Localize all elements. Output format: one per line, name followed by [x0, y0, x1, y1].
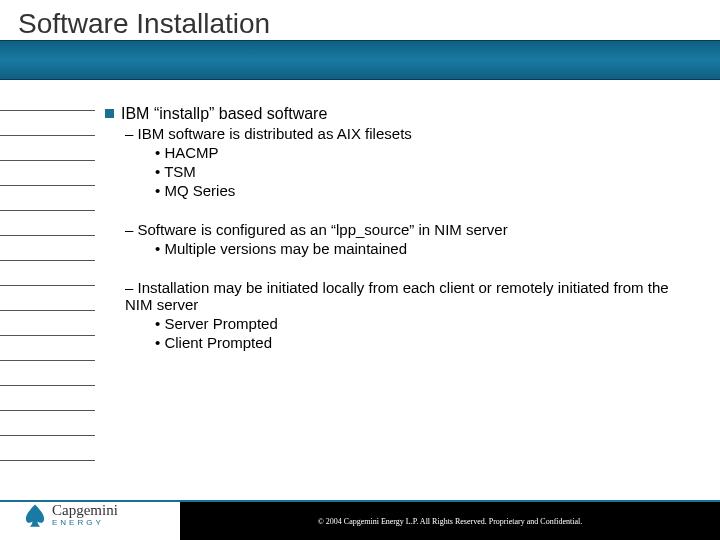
sub-text: Installation may be initiated locally fr… [125, 279, 669, 313]
content-area: IBM “installp” based software IBM softwa… [105, 105, 690, 480]
bullet-level3: HACMP [155, 144, 690, 161]
sub-text: Client Prompted [164, 334, 272, 351]
bullet-level2: Software is configured as an “lpp_source… [125, 221, 690, 238]
bullet-level1: IBM “installp” based software [105, 105, 690, 123]
bullet-level3: Server Prompted [155, 315, 690, 332]
decorative-lines [0, 90, 95, 490]
slide-title: Software Installation [18, 8, 270, 40]
sub-text: Multiple versions may be maintained [164, 240, 407, 257]
sub-text: IBM software is distributed as AIX files… [138, 125, 412, 142]
title-area: Software Installation [0, 0, 720, 80]
logo-sub-text: ENERGY [52, 519, 118, 527]
sub-text: Software is configured as an “lpp_source… [138, 221, 508, 238]
bullet-level3: TSM [155, 163, 690, 180]
spade-icon [22, 502, 48, 528]
bullet-level3: MQ Series [155, 182, 690, 199]
sub-text: Server Prompted [164, 315, 277, 332]
logo-text: Capgemini ENERGY [52, 503, 118, 527]
logo-main-text: Capgemini [52, 503, 118, 518]
copyright-text: © 2004 Capgemini Energy L.P. All Rights … [318, 517, 583, 526]
bullet-level3: Multiple versions may be maintained [155, 240, 690, 257]
square-bullet-icon [105, 109, 114, 118]
footer: © 2004 Capgemini Energy L.P. All Rights … [0, 500, 720, 540]
main-bullet-text: IBM “installp” based software [121, 105, 327, 122]
footer-copyright-bar: © 2004 Capgemini Energy L.P. All Rights … [180, 502, 720, 540]
bullet-level2: Installation may be initiated locally fr… [125, 279, 690, 313]
bullet-level2: IBM software is distributed as AIX files… [125, 125, 690, 142]
title-bar [0, 40, 720, 80]
logo: Capgemini ENERGY [22, 496, 172, 534]
bullet-level3: Client Prompted [155, 334, 690, 351]
sub-text: HACMP [164, 144, 218, 161]
sub-text: TSM [164, 163, 196, 180]
sub-text: MQ Series [164, 182, 235, 199]
